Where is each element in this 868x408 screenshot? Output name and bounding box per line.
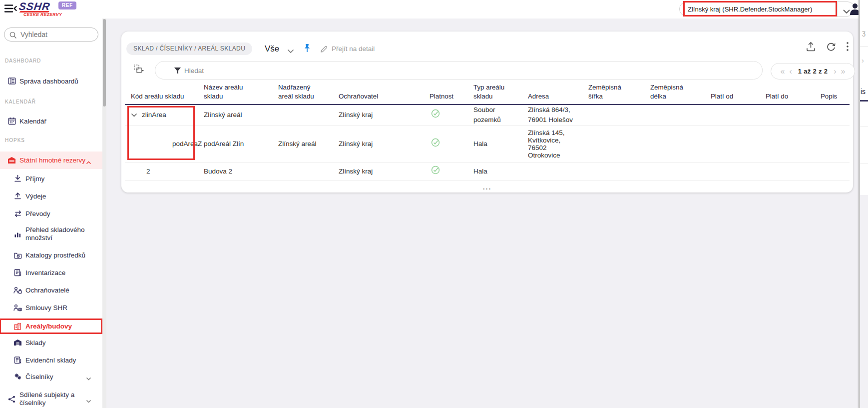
col-platnost[interactable]: Platnost: [426, 80, 469, 104]
col-typ[interactable]: Typ areálu skladu: [469, 80, 524, 104]
section-label: KALENDÁŘ: [5, 99, 36, 104]
filter-funnel-icon: [174, 67, 181, 74]
environment-badge: REF: [58, 2, 76, 10]
valid-check-icon: [431, 166, 440, 177]
go-to-detail-label: Přejít na detail: [332, 45, 375, 52]
transfer-icon: [13, 210, 22, 218]
sidebar-search[interactable]: [4, 28, 98, 42]
col-sirka[interactable]: Zeměpisná šířka: [584, 80, 646, 104]
contracts-icon: [13, 304, 22, 312]
app-logo[interactable]: SSHR ČESKÉ REZERVY: [19, 0, 50, 12]
refresh-icon[interactable]: [826, 42, 836, 54]
logo-subtitle: ČESKÉ REZERVY: [23, 12, 62, 17]
background-window-sliver: ʒ › is: [860, 0, 868, 408]
pagination-first[interactable]: «: [781, 68, 785, 76]
table-row[interactable]: 2 Budova 2 Zlínský kraj Hala: [125, 162, 850, 180]
cell-code: 2: [146, 168, 150, 175]
chevron-down-icon: [86, 397, 91, 404]
sidebar-item-seln-ky[interactable]: Číselníky: [0, 371, 102, 382]
valid-check-icon: [431, 109, 440, 121]
sidebar-item-kalend[interactable]: Kalendář: [0, 116, 102, 126]
table-filter[interactable]: [155, 61, 763, 80]
sidebar-scrollbar-thumb[interactable]: [103, 19, 106, 106]
pagination: « ‹ 1 až 2 z 2 › »: [771, 63, 855, 80]
more-menu-icon[interactable]: [847, 42, 849, 53]
sidebar-item-p-jmy[interactable]: Příjmy: [0, 173, 102, 184]
sliver-popis-fragment: is: [861, 88, 866, 96]
col-nazev[interactable]: Název areálu skladu: [200, 80, 274, 104]
col-kod[interactable]: Kód areálu skladu: [125, 80, 200, 104]
catalog-icon: [13, 251, 22, 260]
chevron-down-icon[interactable]: [287, 46, 294, 56]
table-row[interactable]: podAreaZ podAreál Zlín Zlínský areál Zlí…: [125, 126, 850, 162]
section-label: HOPKS: [5, 138, 25, 143]
col-delka[interactable]: Zeměpisná délka: [646, 80, 707, 104]
column-chooser-icon[interactable]: [134, 64, 144, 74]
sidebar-scrollbar[interactable]: [102, 18, 106, 408]
cell-name: Budova 2: [200, 162, 274, 180]
codelist-icon: [13, 372, 22, 381]
highlight-box-table: [127, 106, 195, 160]
sidebar-search-input[interactable]: [20, 29, 93, 40]
guardians-icon: [13, 286, 22, 294]
cell-guardian: Zlínský kraj: [335, 162, 426, 180]
pencil-icon: [320, 45, 328, 53]
view-selector[interactable]: Vše: [265, 42, 279, 55]
sidebar-item-ochra-ovatel[interactable]: Ochraňovatelé: [0, 284, 102, 296]
sidebar-item-sklady[interactable]: Sklady: [0, 337, 102, 348]
load-more-indicator[interactable]: ...: [121, 184, 853, 190]
cell-guardian: Zlínský kraj: [335, 104, 426, 126]
sidebar-item-spr-va-dashboard[interactable]: Správa dashboardů: [0, 76, 102, 86]
cell-type: Soubor pozemků: [469, 104, 524, 126]
go-to-detail-button[interactable]: Přejít na detail: [320, 42, 375, 55]
sidebar-item-are-ly-budovy[interactable]: Areály/budovy: [1, 320, 101, 332]
pagination-prev[interactable]: ‹: [789, 68, 792, 76]
sliver-arrow-fragment: ›: [862, 56, 864, 64]
cell-address: [524, 162, 584, 180]
sidebar-item-v-deje[interactable]: Výdeje: [0, 190, 102, 202]
topbar: SSHR ČESKÉ REZERVY REF Zlínský kraj (SHR…: [0, 0, 868, 18]
col-nadrazeny[interactable]: Nadřazený areál skladu: [274, 80, 335, 104]
pin-icon[interactable]: [304, 44, 311, 56]
menu-toggle-icon[interactable]: [4, 4, 17, 14]
sidebar-item-smlouvy-shr[interactable]: Smlouvy SHR: [0, 302, 102, 313]
records-icon: [13, 356, 22, 364]
cell-type: Hala: [469, 126, 524, 162]
sidebar-item-katalogy-prost-edk[interactable]: Katalogy prostředků: [0, 250, 102, 260]
sidebar-item-p-ehled-skladov-ho-mno-stv[interactable]: Přehled skladového množství: [0, 226, 102, 242]
cell-type: Hala: [469, 162, 524, 180]
cell-parent: Zlínský areál: [274, 126, 335, 162]
col-adresa[interactable]: Adresa: [524, 80, 584, 104]
outcome-icon: [13, 192, 22, 200]
sidebar-item-sd-len-subjekty-a-seln-ky[interactable]: Sdílené subjekty a číselníky: [0, 391, 102, 407]
sidebar-item-eviden-n-sklady[interactable]: Evidenční sklady: [0, 354, 102, 366]
sidebar-item-inventarizace[interactable]: Inventarizace: [0, 267, 102, 278]
cell-name: Zlínský areál: [200, 104, 274, 126]
inventory-icon: [13, 268, 22, 277]
areas-table: Kód areálu skladu Název areálu skladu Na…: [125, 80, 850, 180]
pagination-last[interactable]: »: [841, 68, 846, 76]
cell-address: Zlínská 145, Kvítkovice, 76502 Otrokovic…: [524, 126, 584, 162]
sliver-refresh-fragment: ʒ: [862, 29, 866, 36]
stock-chart-icon: [13, 230, 22, 238]
col-popis[interactable]: Popis: [817, 80, 850, 104]
cell-parent: [274, 104, 335, 126]
col-ochranovatel[interactable]: Ochraňovatel: [335, 80, 426, 104]
table-row[interactable]: zlinArea Zlínský areál Zlínský kraj Soub…: [125, 104, 850, 126]
table-header-row: Kód areálu skladu Název areálu skladu Na…: [125, 80, 850, 104]
col-plati-od[interactable]: Platí od: [707, 80, 762, 104]
table-filter-input[interactable]: [184, 64, 734, 77]
pagination-next[interactable]: ›: [834, 68, 836, 76]
main-area: SKLAD / ČÍSELNÍKY / AREÁL SKLADU Vše Pře…: [106, 18, 859, 408]
role-selector-divider: [838, 2, 838, 17]
col-plati-do[interactable]: Platí do: [762, 80, 817, 104]
breadcrumb[interactable]: SKLAD / ČÍSELNÍKY / AREÁL SKLADU: [126, 42, 252, 55]
export-icon[interactable]: [806, 42, 816, 54]
building-icon: [13, 322, 22, 330]
content-card: SKLAD / ČÍSELNÍKY / AREÁL SKLADU Vše Pře…: [121, 32, 853, 192]
sidebar-item-st-tn-hmotn-rezervy[interactable]: Státní hmotné rezervy: [0, 152, 102, 169]
pagination-label: 1 až 2 z 2: [798, 68, 828, 74]
warehouse-icon: [13, 338, 22, 347]
chevron-down-icon: [86, 374, 91, 382]
sidebar-item-p-evody[interactable]: Převody: [0, 208, 102, 219]
